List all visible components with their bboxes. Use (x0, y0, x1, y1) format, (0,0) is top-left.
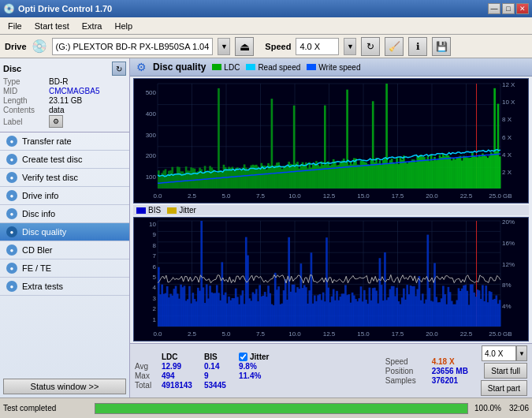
drive-icon: 💿 (32, 39, 47, 54)
menu-extra[interactable]: Extra (76, 20, 109, 32)
drivebar: Drive 💿 (G:) PLEXTOR BD-R PX-LB950SA 1.0… (0, 35, 532, 58)
main-area: Disc ↻ Type BD-R MID CMCMAGBA5 Length 23… (0, 58, 532, 397)
disc-length-value: 23.11 GB (49, 96, 82, 105)
sidebar-item-create-test-disc[interactable]: ● Create test disc (0, 151, 129, 169)
charts-area: BIS Jitter (130, 77, 532, 343)
legend-ldc-color (212, 64, 221, 70)
progress-bar (95, 403, 468, 414)
action-panel: 4.0 X ▼ Start full Start part (481, 345, 527, 396)
time-display: 32:06 (509, 404, 529, 412)
nav-icon-fe-te: ● (6, 263, 17, 274)
content-title: Disc quality (153, 62, 206, 73)
speed-selector-group: 4.0 X ▼ (482, 345, 527, 361)
save-button[interactable]: 💾 (432, 37, 451, 56)
chart1-legend: LDC Read speed Write speed (212, 63, 360, 72)
sidebar-item-transfer-rate[interactable]: ● Transfer rate (0, 132, 129, 151)
disc-section-title: Disc (3, 64, 21, 73)
jitter-avg: 9.8% (239, 362, 267, 371)
speed-label: Speed (265, 42, 291, 51)
samples-label: Samples (385, 376, 429, 385)
speed-stat-label: Speed (385, 357, 429, 366)
sidebar-item-disc-quality[interactable]: ● Disc quality (0, 223, 129, 241)
sidebar-item-verify-test-disc[interactable]: ● Verify test disc (0, 169, 129, 187)
legend-read-speed: Read speed (246, 63, 300, 72)
bis-header: BIS (204, 353, 236, 361)
disc-section: Disc ↻ Type BD-R MID CMCMAGBA5 Length 23… (0, 58, 129, 132)
sidebar: Disc ↻ Type BD-R MID CMCMAGBA5 Length 23… (0, 58, 130, 397)
total-label: Total (135, 381, 158, 390)
status-window-button[interactable]: Status window >> (3, 379, 126, 394)
sidebar-bottom (0, 296, 129, 375)
sidebar-item-drive-info[interactable]: ● Drive info (0, 187, 129, 205)
eject-button[interactable]: ⏏ (235, 37, 254, 56)
jitter-header: Jitter (250, 353, 269, 361)
app-title: Opti Drive Control 1.70 (18, 4, 488, 13)
position-row: Position 23656 MB (385, 367, 468, 375)
content-panel: ⚙ Disc quality LDC Read speed Write spee… (130, 58, 532, 397)
stats-header-row: LDC BIS Jitter (135, 353, 269, 361)
menu-file[interactable]: File (2, 20, 28, 32)
nav-icon-disc-info: ● (6, 208, 17, 219)
sidebar-item-fe-te[interactable]: ● FE / TE (0, 259, 129, 278)
position-label: Position (385, 367, 429, 375)
legend-bis: BIS (136, 206, 161, 215)
nav-icon-cd-bler: ● (6, 244, 17, 256)
chart1-canvas (134, 79, 528, 203)
right-stats: Speed 4.18 X Position 23656 MB Samples 3… (385, 357, 468, 385)
jitter-checkbox[interactable] (239, 353, 247, 361)
sidebar-item-cd-bler[interactable]: ● CD Bler (0, 241, 129, 259)
avg-label: Avg (135, 362, 158, 371)
disc-label-label: Label (3, 118, 49, 126)
sidebar-item-disc-info[interactable]: ● Disc info (0, 205, 129, 223)
status-text: Test completed (3, 404, 90, 412)
drive-select-arrow[interactable]: ▼ (218, 38, 230, 55)
disc-refresh-button[interactable]: ↻ (112, 62, 126, 76)
start-part-button[interactable]: Start part (481, 380, 527, 396)
refresh-button[interactable]: ↻ (361, 37, 380, 56)
menu-start-test[interactable]: Start test (28, 20, 76, 32)
start-full-button[interactable]: Start full (484, 363, 527, 379)
maximize-button[interactable]: □ (502, 3, 515, 14)
stats-total-row: Total 4918143 53445 (135, 381, 269, 390)
titlebar: 💿 Opti Drive Control 1.70 — □ ✕ (0, 0, 532, 17)
nav-icon-extra-tests: ● (6, 281, 17, 292)
disc-label-icon-button[interactable]: ⚙ (49, 115, 63, 128)
stats-max-row: Max 494 9 11.4% (135, 371, 269, 380)
legend-read-speed-color (246, 64, 255, 70)
jitter-checkbox-group: Jitter (239, 353, 269, 361)
drive-select[interactable]: (G:) PLEXTOR BD-R PX-LB950SA 1.04 (52, 38, 214, 55)
content-header: ⚙ Disc quality LDC Read speed Write spee… (130, 58, 532, 77)
menu-help[interactable]: Help (108, 20, 139, 32)
speed-select-arrow[interactable]: ▼ (344, 38, 356, 55)
position-value: 23656 MB (432, 367, 468, 375)
nav-icon-verify-test-disc: ● (6, 172, 17, 183)
legend-jitter-color (167, 207, 177, 214)
erase-button[interactable]: 🧹 (385, 37, 404, 56)
speed-dropdown-arrow[interactable]: ▼ (516, 345, 527, 361)
disc-mid-label: MID (3, 87, 49, 95)
speed-select[interactable]: 4.0 X (296, 38, 339, 55)
ldc-max: 494 (162, 371, 201, 380)
nav-icon-disc-quality: ● (6, 226, 17, 237)
chart2-legend-bar: BIS Jitter (133, 205, 529, 215)
bis-avg: 0.14 (204, 362, 236, 371)
chart2-container (133, 217, 529, 341)
bis-total: 53445 (204, 381, 236, 390)
nav-icon-create-test-disc: ● (6, 154, 17, 165)
legend-write-speed: Write speed (307, 63, 360, 72)
app-icon: 💿 (3, 3, 15, 14)
progress-fill (95, 404, 467, 413)
disc-contents-value: data (49, 106, 64, 114)
close-button[interactable]: ✕ (516, 3, 529, 14)
chart2-canvas (134, 218, 528, 341)
sidebar-item-extra-tests[interactable]: ● Extra tests (0, 278, 129, 296)
legend-bis-color (136, 207, 146, 214)
legend-write-speed-color (307, 64, 316, 70)
disc-type-value: BD-R (49, 77, 68, 86)
info-button[interactable]: ℹ (408, 37, 427, 56)
minimize-button[interactable]: — (488, 3, 500, 14)
drive-label: Drive (5, 42, 27, 51)
statusbar: Test completed 100.0% 32:06 (0, 397, 532, 418)
speed-dropdown[interactable]: 4.0 X (482, 345, 516, 361)
progress-percent: 100.0% (474, 404, 501, 412)
